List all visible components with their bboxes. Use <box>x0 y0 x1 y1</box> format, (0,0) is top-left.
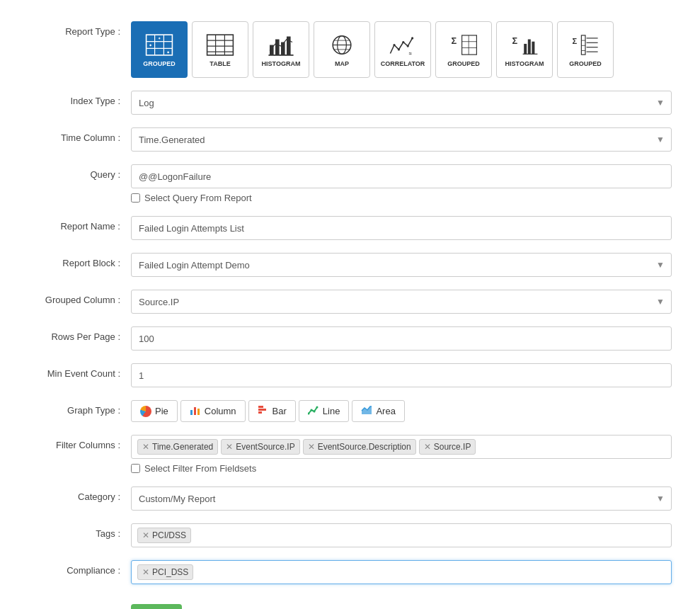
svg-point-58 <box>316 406 318 409</box>
select-filter-label: Select Filter From Fieldsets <box>144 463 256 474</box>
category-control: Custom/My Report Security Compliance ▼ <box>131 486 672 511</box>
filter-tag-eventsource-description-label: EventSource.Description <box>318 442 411 452</box>
select-filter-checkbox-row: Select Filter From Fieldsets <box>131 463 672 474</box>
min-event-count-row: Min Event Count : <box>28 363 672 387</box>
filter-tag-source-ip-label: Source.IP <box>434 442 471 452</box>
report-type-grouped3-label: GROUPED <box>569 60 602 67</box>
time-column-label: Time Column : <box>28 127 131 143</box>
filter-columns-tags[interactable]: ✕ Time.Generated ✕ EventSource.IP ✕ Even… <box>131 435 672 459</box>
graph-pie-label: Pie <box>155 406 168 416</box>
svg-rect-38 <box>532 41 534 54</box>
svg-text:✦: ✦ <box>158 37 161 40</box>
histogram2-icon: Σ <box>510 33 539 57</box>
report-type-histogram2-label: HISTOGRAM <box>505 60 544 67</box>
graph-line-button[interactable]: Line <box>299 400 350 422</box>
report-type-label: Report Type : <box>28 21 131 37</box>
report-type-grouped1[interactable]: ✦ ◆ ◆ GROUPED <box>131 21 188 78</box>
filter-tag-remove-time-generated[interactable]: ✕ <box>142 443 149 451</box>
graph-area-button[interactable]: Area <box>352 400 404 422</box>
grouped1-icon: ✦ ◆ ◆ <box>145 33 173 57</box>
report-block-label: Report Block : <box>28 253 131 268</box>
svg-marker-59 <box>362 406 372 414</box>
min-event-count-control <box>131 363 672 387</box>
grouped3-icon: Σ <box>571 33 599 57</box>
report-name-input[interactable] <box>131 216 672 240</box>
save-control: Save <box>131 597 672 609</box>
index-type-control: Log Alert Audit ▼ <box>131 91 672 115</box>
time-column-select-wrapper: Time.Generated TimeCreated TimeModified … <box>131 127 672 152</box>
min-event-count-input[interactable] <box>131 363 672 387</box>
grouped-column-row: Grouped Column : Source.IP EventSource.I… <box>28 290 672 314</box>
filter-tag-remove-source-ip[interactable]: ✕ <box>424 443 431 451</box>
category-row: Category : Custom/My Report Security Com… <box>28 486 672 511</box>
filter-tag-remove-eventsource-ip[interactable]: ✕ <box>226 443 233 451</box>
filter-tag-time-generated: ✕ Time.Generated <box>137 439 218 455</box>
tag-pci-dss: ✕ PCI/DSS <box>137 528 191 543</box>
filter-tag-remove-eventsource-description[interactable]: ✕ <box>308 443 315 451</box>
select-query-checkbox[interactable] <box>131 193 140 203</box>
compliance-label: Compliance : <box>28 560 131 576</box>
svg-text:◆: ◆ <box>166 50 170 53</box>
time-column-row: Time Column : Time.Generated TimeCreated… <box>28 127 672 152</box>
report-type-grouped2[interactable]: Σ GROUPED <box>435 21 492 78</box>
svg-rect-41 <box>581 35 585 54</box>
bar-icon <box>258 404 269 418</box>
report-name-row: Report Name : <box>28 216 672 240</box>
svg-rect-36 <box>524 43 527 53</box>
select-filter-checkbox[interactable] <box>131 464 140 473</box>
compliance-tag-pci-dss-label: PCI_DSS <box>152 567 188 577</box>
svg-point-56 <box>310 409 312 411</box>
query-input[interactable]: @@LogonFailure <box>131 164 672 188</box>
grouped-column-select-wrapper: Source.IP EventSource.IP SourceUser ▼ <box>131 290 672 314</box>
column-icon <box>190 404 201 418</box>
compliance-tags-container[interactable]: ✕ PCI_DSS <box>131 560 672 584</box>
report-block-select[interactable]: Failed Login Attempt Demo Demo Block 2 <box>131 253 672 277</box>
grouped-column-control: Source.IP EventSource.IP SourceUser ▼ <box>131 290 672 314</box>
svg-rect-49 <box>190 410 193 415</box>
index-type-select[interactable]: Log Alert Audit <box>131 91 672 115</box>
svg-point-27 <box>407 45 409 47</box>
svg-point-57 <box>313 411 315 413</box>
compliance-row: Compliance : ✕ PCI_DSS <box>28 560 672 584</box>
tags-label: Tags : <box>28 523 131 539</box>
category-select[interactable]: Custom/My Report Security Compliance <box>131 486 672 511</box>
report-type-control: ✦ ◆ ◆ GROUPED TAB <box>131 21 672 78</box>
save-spacer <box>28 597 131 602</box>
rows-per-page-row: Rows Per Page : <box>28 326 672 351</box>
query-label: Query : <box>28 164 131 180</box>
report-type-map[interactable]: MAP <box>314 21 370 78</box>
graph-bar-button[interactable]: Bar <box>248 400 296 422</box>
grouped-column-select[interactable]: Source.IP EventSource.IP SourceUser <box>131 290 672 314</box>
graph-column-button[interactable]: Column <box>180 400 246 422</box>
report-type-histogram1[interactable]: HISTOGRAM <box>253 21 309 78</box>
time-column-select[interactable]: Time.Generated TimeCreated TimeModified <box>131 127 672 152</box>
query-row: Query : @@LogonFailure Select Query From… <box>28 164 672 203</box>
report-type-correlator[interactable]: ≈ CORRELATOR <box>374 21 431 78</box>
save-button[interactable]: Save <box>131 604 182 609</box>
svg-text:Σ: Σ <box>451 35 457 45</box>
report-block-select-wrapper: Failed Login Attempt Demo Demo Block 2 ▼ <box>131 253 672 277</box>
compliance-tag-pci-dss: ✕ PCI_DSS <box>137 564 193 580</box>
rows-per-page-input[interactable] <box>131 326 672 351</box>
correlator-icon: ≈ <box>389 33 417 57</box>
filter-tag-eventsource-ip-label: EventSource.IP <box>236 442 294 452</box>
graph-type-buttons: Pie Column Bar <box>131 400 672 422</box>
select-query-checkbox-row: Select Query From Report <box>131 193 672 203</box>
tags-tags-container[interactable]: ✕ PCI/DSS <box>131 523 672 547</box>
graph-pie-button[interactable]: Pie <box>131 400 178 422</box>
filter-columns-row: Filter Columns : ✕ Time.Generated ✕ Even… <box>28 435 672 474</box>
compliance-tag-remove-pci-dss[interactable]: ✕ <box>142 568 149 576</box>
filter-columns-label: Filter Columns : <box>28 435 131 450</box>
svg-rect-15 <box>275 39 280 55</box>
report-type-grid: ✦ ◆ ◆ GROUPED TAB <box>131 21 672 78</box>
report-type-grouped3[interactable]: Σ GROUPED <box>557 21 614 78</box>
report-type-row: Report Type : ✦ ◆ ◆ GROUPED <box>28 21 672 78</box>
report-type-grouped2-label: GROUPED <box>447 60 480 67</box>
report-type-histogram2[interactable]: Σ HISTOGRAM <box>496 21 553 78</box>
page-container: Report Type : ✦ ◆ ◆ GROUPED <box>0 0 700 609</box>
tag-pci-dss-label: PCI/DSS <box>152 530 186 540</box>
report-type-table[interactable]: TABLE <box>192 21 248 78</box>
rows-per-page-label: Rows Per Page : <box>28 326 131 342</box>
filter-tag-eventsource-ip: ✕ EventSource.IP <box>221 439 299 455</box>
tag-remove-pci-dss[interactable]: ✕ <box>142 531 149 540</box>
